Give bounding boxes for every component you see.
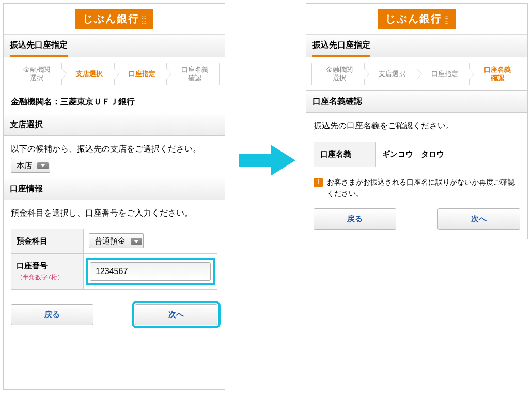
- bank-logo: じぶん銀行 ::::::: [378, 9, 456, 29]
- button-row: 戻る 次へ: [4, 297, 225, 335]
- step-branch: 支店選択: [62, 63, 115, 85]
- page-title: 振込先口座指定: [10, 37, 68, 57]
- next-button[interactable]: 次へ: [437, 208, 520, 230]
- arrow-right-icon: [239, 145, 295, 176]
- bank-name-label: 金融機関名：三菱東京ＵＦＪ銀行: [4, 90, 225, 114]
- step-name-confirm: 口座名義 確認: [470, 63, 522, 85]
- bank-logo: じぶん銀行 ::::::: [75, 9, 153, 29]
- confirm-prompt: 振込先の口座名義をご確認ください。: [306, 113, 527, 138]
- account-prompt: 預金科目を選択し、口座番号をご入力ください。: [4, 200, 225, 225]
- step-account: 口座指定: [417, 63, 470, 85]
- header: じぶん銀行 ::::::: [306, 4, 527, 35]
- account-number-hint: （半角数字7桁）: [17, 273, 78, 282]
- step-name-confirm: 口座名義 確認: [167, 63, 220, 85]
- logo-decoration-icon: ::::::: [444, 14, 448, 24]
- notice: ! お客さまがお振込される口座名に誤りがないか再度ご確認ください。: [306, 171, 527, 202]
- chevron-down-icon: [131, 238, 142, 245]
- notice-text: お客さまがお振込される口座名に誤りがないか再度ご確認ください。: [327, 176, 520, 200]
- account-section-title: 口座情報: [4, 178, 225, 200]
- logo-text: じぶん銀行: [83, 12, 139, 26]
- account-name-value: ギンコウ タロウ: [376, 142, 520, 167]
- deposit-type-select[interactable]: 普通預金: [89, 236, 144, 246]
- screen-branch-account: じぶん銀行 :::::: 振込先口座指定 金融機関 選択 支店選択 口座指定 口…: [3, 3, 225, 390]
- page-title: 振込先口座指定: [312, 37, 370, 57]
- wizard-steps: 金融機関 選択 支店選択 口座指定 口座名義 確認: [306, 57, 527, 90]
- account-number-label: 口座番号 （半角数字7桁）: [11, 254, 84, 290]
- account-form-table: 預金科目 普通預金 口座番号 （半角数字7桁）: [11, 229, 217, 290]
- page-title-bar: 振込先口座指定: [4, 35, 225, 57]
- logo-text: じぶん銀行: [385, 12, 442, 26]
- deposit-type-label: 預金科目: [11, 229, 84, 254]
- header: じぶん銀行 ::::::: [4, 4, 225, 35]
- confirm-section-title: 口座名義確認: [306, 90, 527, 113]
- branch-select[interactable]: 本店: [11, 161, 50, 171]
- name-confirm-table: 口座名義 ギンコウ タロウ: [314, 142, 520, 167]
- step-account: 口座指定: [115, 63, 167, 85]
- warning-icon: !: [314, 178, 323, 187]
- back-button[interactable]: 戻る: [11, 304, 93, 325]
- account-name-label: 口座名義: [314, 142, 376, 167]
- button-row: 戻る 次へ: [306, 201, 527, 239]
- branch-section-title: 支店選択: [4, 114, 225, 136]
- wizard-steps: 金融機関 選択 支店選択 口座指定 口座名義 確認: [4, 57, 225, 90]
- screen-name-confirm: じぶん銀行 :::::: 振込先口座指定 金融機関 選択 支店選択 口座指定 口…: [306, 3, 528, 239]
- step-bank: 金融機関 選択: [311, 63, 365, 85]
- branch-prompt: 以下の候補から、振込先の支店をご選択ください。: [4, 136, 225, 161]
- chevron-down-icon: [37, 162, 49, 169]
- logo-decoration-icon: ::::::: [142, 14, 146, 24]
- step-bank: 金融機関 選択: [9, 63, 62, 85]
- step-branch: 支店選択: [365, 63, 417, 85]
- back-button[interactable]: 戻る: [314, 208, 396, 230]
- account-number-input[interactable]: [90, 262, 211, 281]
- page-title-bar: 振込先口座指定: [306, 35, 527, 57]
- next-button[interactable]: 次へ: [135, 304, 217, 325]
